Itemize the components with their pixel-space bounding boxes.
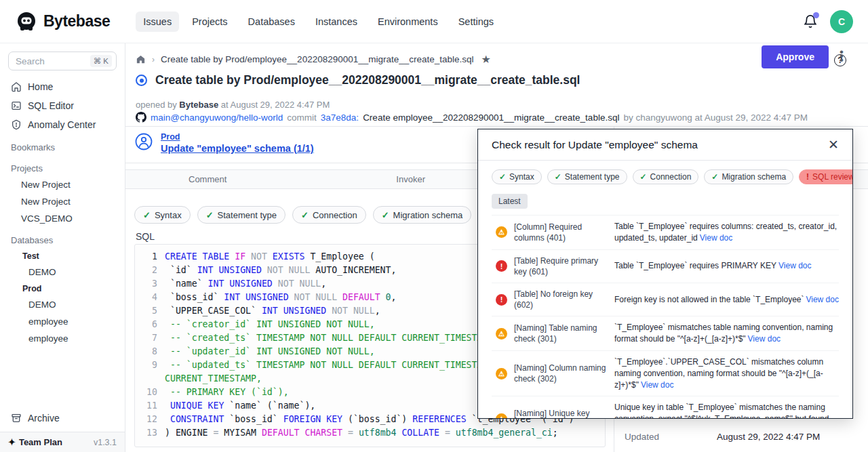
check-status-label: Migration schema	[393, 210, 463, 220]
sidebar-project-item[interactable]: VCS_DEMO	[0, 210, 125, 227]
issue-open-status-icon	[136, 75, 147, 86]
breadcrumb-home-icon[interactable]	[136, 54, 146, 64]
sql-token: DEFAULT CHARSET	[262, 428, 348, 438]
line-number: 5	[135, 304, 165, 318]
check-rule-label: [Naming] Column naming check (302)	[514, 363, 608, 384]
line-content: -- `updater_id` INT UNSIGNED NOT NULL,	[165, 345, 375, 358]
check-status-icon: ✓	[499, 172, 506, 182]
user-avatar[interactable]: C	[830, 10, 853, 33]
sql-token: NOT NULL	[278, 279, 321, 289]
line-content: -- `created_ts` TIMESTAMP NOT NULL DEFAU…	[165, 331, 498, 345]
line-content: `UPPER_CASE_COL` INT UNSIGNED NOT NULL,	[165, 304, 380, 318]
check-status-pill[interactable]: ✓ Statement type	[197, 206, 285, 224]
severity-icon: ⚠	[496, 413, 507, 419]
view-doc-link[interactable]: View doc	[806, 295, 838, 304]
search-shortcut: ⌘ K	[90, 55, 112, 67]
check-status-icon: ✓	[206, 210, 214, 220]
topnav-item[interactable]: Instances	[308, 12, 365, 32]
column-header-invoker: Invoker	[396, 174, 425, 184]
check-result-row: ⚠ [Naming] Unique key naming check (304)…	[492, 396, 839, 419]
view-doc-link[interactable]: View doc	[700, 233, 732, 243]
check-status-label: Connection	[313, 210, 357, 220]
sql-token: FOREIGN KEY	[283, 414, 348, 424]
breadcrumb: › Create table by Prod/employee__2022082…	[136, 53, 491, 66]
modal-header: Check result for Update "employee" schem…	[478, 129, 852, 161]
sidebar-item-home[interactable]: Home	[0, 77, 125, 96]
line-number: 4	[135, 291, 165, 304]
check-status-label: Connection	[650, 172, 692, 182]
notification-bell-icon[interactable]	[803, 14, 818, 29]
topnav-item[interactable]: Databases	[241, 12, 302, 32]
stage-task-link[interactable]: Update "employee" schema (1/1)	[161, 143, 314, 154]
commit-branch-link[interactable]: main@changyuwong/hello-world	[151, 112, 283, 123]
sidebar-database-item[interactable]: employee	[0, 313, 125, 330]
check-status-pill[interactable]: ✓ Connection	[633, 169, 699, 184]
sidebar-item-sql-editor[interactable]: SQL Editor	[0, 96, 125, 115]
check-status-pill[interactable]: ! SQL review	[799, 169, 853, 184]
topnav-item[interactable]: Projects	[184, 12, 235, 32]
sidebar-item-anomaly-center[interactable]: Anomaly Center	[0, 115, 125, 134]
line-number: 8	[135, 345, 165, 358]
severity-icon: !	[496, 294, 507, 306]
stage-section: Prod Update "employee" schema (1/1)	[134, 132, 314, 154]
search-box[interactable]: ⌘ K	[8, 52, 117, 70]
view-doc-link[interactable]: View doc	[778, 261, 811, 270]
sidebar-project-item[interactable]: New Project	[0, 193, 125, 210]
sidebar-databases-list: TestDEMOProdDEMOemployeeemployee	[0, 248, 125, 347]
check-status-pill[interactable]: ✓ Syntax	[492, 169, 542, 184]
github-icon	[136, 112, 146, 123]
sidebar-item-archive[interactable]: Archive	[0, 407, 125, 429]
opened-suffix: at August 29, 2022 4:47 PM	[221, 100, 330, 110]
check-description: Table `T_Employee` requires columns: cre…	[608, 221, 839, 244]
sidebar-item-label: SQL Editor	[28, 100, 74, 111]
sidebar-projects-list: New ProjectNew ProjectVCS_DEMO	[0, 176, 125, 227]
check-result-list: ⚠ [Column] Required columns (401) Table …	[492, 215, 839, 419]
check-status-pill[interactable]: ✓ Statement type	[547, 169, 627, 184]
topnav-item[interactable]: Issues	[136, 12, 179, 32]
check-status-pill[interactable]: ✓ Migration schema	[704, 169, 793, 184]
modal-pills: ✓ Syntax ✓ Statement type ✓ Connection ✓…	[492, 169, 839, 184]
view-doc-link[interactable]: View doc	[641, 380, 673, 390]
close-icon[interactable]: ✕	[828, 138, 839, 151]
sidebar-database-item[interactable]: DEMO	[0, 264, 125, 281]
topnav-item[interactable]: Settings	[451, 12, 501, 32]
sidebar-database-item[interactable]: Test	[0, 248, 125, 264]
topnav-item[interactable]: Environments	[370, 12, 446, 32]
bookmark-star-icon[interactable]: ★	[481, 53, 491, 66]
sparkles-icon: ✦	[8, 437, 16, 447]
breadcrumb-separator: ›	[152, 55, 155, 64]
sidebar-database-item[interactable]: DEMO	[0, 296, 125, 313]
divider	[125, 126, 868, 127]
line-number: 12	[135, 413, 165, 426]
line-number: 3	[135, 277, 165, 291]
stage-env-link[interactable]: Prod	[161, 132, 314, 142]
sql-token: EXISTS	[273, 251, 311, 262]
sidebar-project-item[interactable]: New Project	[0, 176, 125, 193]
sql-token: CURRENT_TIMESTAMP,	[165, 373, 262, 384]
sql-token: `UPPER_CASE_COL`	[165, 306, 262, 316]
check-rule-label: [Table] Require primary key (601)	[514, 255, 608, 277]
line-number: 10	[135, 386, 165, 399]
check-status-pill[interactable]: ✓ Syntax	[134, 206, 191, 224]
check-status-icon: ✓	[143, 210, 151, 220]
latest-button[interactable]: Latest	[492, 194, 528, 209]
sidebar-database-item[interactable]: employee	[0, 330, 125, 347]
bytebase-logo[interactable]: Bytebase	[15, 10, 110, 33]
commit-hash-link[interactable]: 3a7e8da:	[321, 112, 359, 123]
sql-token: -- PRIMARY KEY (`id`),	[165, 387, 289, 397]
check-status-pill[interactable]: ✓ Migration schema	[373, 206, 472, 224]
sidebar-database-item[interactable]: Prod	[0, 281, 125, 296]
sql-token: =	[445, 428, 456, 438]
view-doc-link[interactable]: View doc	[748, 334, 781, 344]
sidebar-item-label: Home	[28, 81, 53, 92]
meta-label: Updated	[625, 432, 717, 442]
plan-badge[interactable]: ✦ Team Plan	[8, 437, 62, 447]
kebab-menu-icon[interactable]: •••	[840, 50, 844, 62]
check-status-pill[interactable]: ✓ Connection	[292, 206, 366, 224]
sidebar-section-projects: Projects	[0, 155, 125, 176]
check-result-row: ⚠ [Naming] Table naming check (301) `T_E…	[492, 316, 839, 351]
approve-button[interactable]: Approve	[762, 45, 829, 68]
opened-author: Bytebase	[179, 100, 218, 110]
search-input[interactable]	[16, 56, 78, 66]
severity-icon: ⚠	[496, 368, 507, 379]
